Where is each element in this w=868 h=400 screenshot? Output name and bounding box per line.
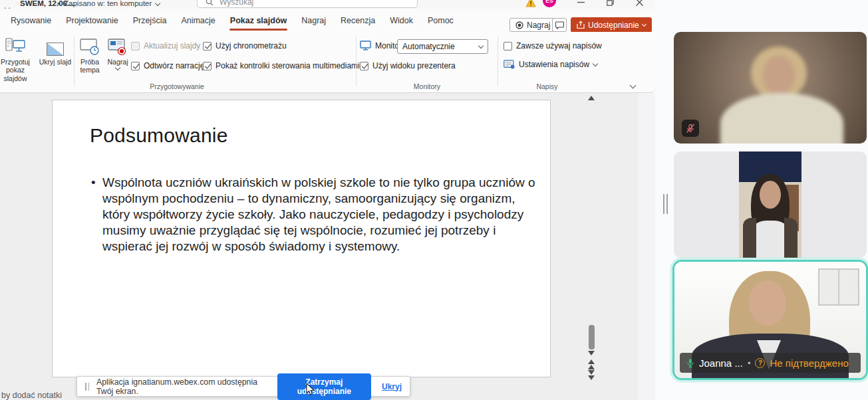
record-button[interactable]: Nagraj <box>509 18 556 32</box>
chevron-down-icon <box>593 60 598 66</box>
record-slideshow-button[interactable]: Nagraj <box>104 35 131 85</box>
separator-dot: • <box>748 358 751 368</box>
tab-animacje[interactable]: Animacje <box>174 9 222 32</box>
tab-widok[interactable]: Widok <box>382 9 420 32</box>
restore-button[interactable] <box>604 0 616 8</box>
record-slideshow-icon <box>108 35 128 56</box>
tab-nagraj[interactable]: Nagraj <box>294 9 333 32</box>
comment-icon <box>555 21 564 29</box>
participant-status: Не підтверджено <box>770 357 848 369</box>
previous-slide-button[interactable] <box>588 359 595 369</box>
tab-rysowanie[interactable]: Rysowanie <box>3 9 59 32</box>
title-bar: SWEM, 12.06.... • Zapisano w: ten komput… <box>0 0 655 9</box>
checkbox-odtworz-narracje[interactable]: Odtwórz narrację <box>131 61 204 70</box>
mic-active-icon <box>686 358 694 368</box>
hide-slide-button[interactable]: Ukryj slajd <box>39 35 72 85</box>
slide-body-text[interactable]: • Wspólnota uczniów ukraińskich w polski… <box>91 175 535 254</box>
vertical-scrollbar[interactable] <box>638 93 655 400</box>
group-label-napisy: Napisy <box>499 82 595 90</box>
account-avatar[interactable]: ES <box>543 0 556 7</box>
checkbox-box[interactable] <box>360 62 368 70</box>
tab-pomoc[interactable]: Pomoc <box>420 9 461 32</box>
checkbox-box[interactable] <box>131 42 140 50</box>
checkbox-box[interactable] <box>504 42 512 50</box>
record-icon <box>515 21 523 29</box>
group-label-monitory: Monitory <box>357 82 497 90</box>
caption-settings-icon <box>504 60 515 69</box>
monitor-dropdown[interactable]: Automatycznie <box>397 39 488 54</box>
tab-przejscia[interactable]: Przejścia <box>126 9 174 32</box>
monitor-dropdown-value: Automatycznie <box>402 42 455 51</box>
checkbox-box[interactable] <box>203 42 212 50</box>
hide-slide-icon <box>47 35 64 56</box>
quick-access-chevron-icon[interactable] <box>5 1 9 9</box>
next-slide-button[interactable] <box>588 370 595 380</box>
stop-sharing-button[interactable]: Zatrzymaj udostępnianie <box>277 373 371 400</box>
mouse-cursor <box>306 383 316 396</box>
notes-placeholder-text[interactable]: by dodać notatki <box>1 391 62 400</box>
checkbox-aktualizuj-slajdy[interactable]: Aktualizuj slajdy <box>131 41 200 50</box>
share-message: Aplikacja ignatianum.webex.com udostępni… <box>96 377 267 396</box>
slide-work-area: Podsumowanie • Wspólnota uczniów ukraińs… <box>0 93 655 400</box>
bullet-marker: • <box>91 175 96 191</box>
hide-banner-link[interactable]: Ukryj <box>382 382 402 391</box>
screen: SWEM, 12.06.... • Zapisano w: ten komput… <box>0 0 868 400</box>
muted-badge <box>682 120 699 137</box>
participant-name-bar: Joanna ... • ? Не підтверджено <box>680 353 861 373</box>
comments-button[interactable] <box>552 18 567 32</box>
window-background <box>818 268 859 306</box>
tab-pokaz-slajdow[interactable]: Pokaz slajdów <box>223 9 294 32</box>
webex-participant-panel: Joanna ... • ? Не підтверджено <box>655 0 868 400</box>
collapse-ribbon-chevron-icon[interactable] <box>631 78 635 90</box>
record-dropdown-chevron-icon[interactable] <box>115 65 120 70</box>
setup-slideshow-icon <box>5 35 25 56</box>
setup-slideshow-button[interactable]: Przygotuj pokaz slajdów <box>0 35 35 85</box>
group-label-przygotowywanie: Przygotowywanie <box>0 82 354 90</box>
monitor-icon <box>360 41 371 50</box>
tab-projektowanie[interactable]: Projektowanie <box>59 9 126 32</box>
minimize-button[interactable] <box>575 0 587 8</box>
search-input[interactable]: Wyszukaj <box>197 0 418 8</box>
participant-video-1[interactable] <box>674 32 867 144</box>
participant-video-active-speaker[interactable]: Joanna ... • ? Не підтверджено <box>672 260 868 380</box>
scrollbar-thumb[interactable] <box>589 325 595 350</box>
screen-share-banner[interactable]: Aplikacja ignatianum.webex.com udostępni… <box>76 376 410 397</box>
unverified-question-icon: ? <box>755 358 765 368</box>
rehearse-timings-button[interactable]: Próba tempa <box>75 35 104 85</box>
drag-grip-icon[interactable] <box>85 383 89 391</box>
caption-settings-button[interactable]: Ustawienia napisów <box>504 60 597 69</box>
tab-recenzja[interactable]: Recenzja <box>333 9 382 32</box>
participant-video-2[interactable] <box>674 151 867 258</box>
mic-muted-icon <box>686 124 695 134</box>
search-icon <box>206 0 214 6</box>
checkbox-box[interactable] <box>131 62 140 70</box>
rehearse-timings-icon <box>80 35 100 56</box>
search-placeholder: Wyszukaj <box>219 0 253 7</box>
slide-title[interactable]: Podsumowanie <box>90 124 228 147</box>
checkbox-pokaz-kontrolki[interactable]: Pokaż kontrolki sterowania multimediami <box>203 61 360 70</box>
share-button[interactable]: Udostępnianie <box>571 17 652 33</box>
bullet-text: Wspólnota uczniów ukraińskich w polskiej… <box>102 175 535 253</box>
checkbox-zawsze-uzywaj-napisow[interactable]: Zawsze używaj napisów <box>504 41 602 50</box>
participant-name: Joanna ... <box>699 357 743 369</box>
autosave-status[interactable]: • Zapisano w: ten komputer <box>57 0 160 7</box>
scroll-up-button[interactable] <box>588 96 595 100</box>
chevron-down-icon <box>478 43 484 48</box>
ribbon: Przygotuj pokaz slajdów Ukryj slajd Prób… <box>0 32 655 93</box>
close-button[interactable] <box>633 0 645 8</box>
scroll-down-button[interactable] <box>588 351 595 355</box>
checkbox-uzyj-chronometrazu[interactable]: Użyj chronometrażu <box>203 41 287 50</box>
warning-icon[interactable] <box>525 0 536 9</box>
panel-resize-handle[interactable] <box>663 194 668 214</box>
share-icon <box>577 21 585 29</box>
checkbox-box[interactable] <box>203 62 212 70</box>
slide-canvas[interactable]: Podsumowanie • Wspólnota uczniów ukraińs… <box>52 100 551 377</box>
powerpoint-window: SWEM, 12.06.... • Zapisano w: ten komput… <box>0 0 655 400</box>
checkbox-uzyj-widoku-prezentera[interactable]: Użyj widoku prezentera <box>360 61 456 70</box>
